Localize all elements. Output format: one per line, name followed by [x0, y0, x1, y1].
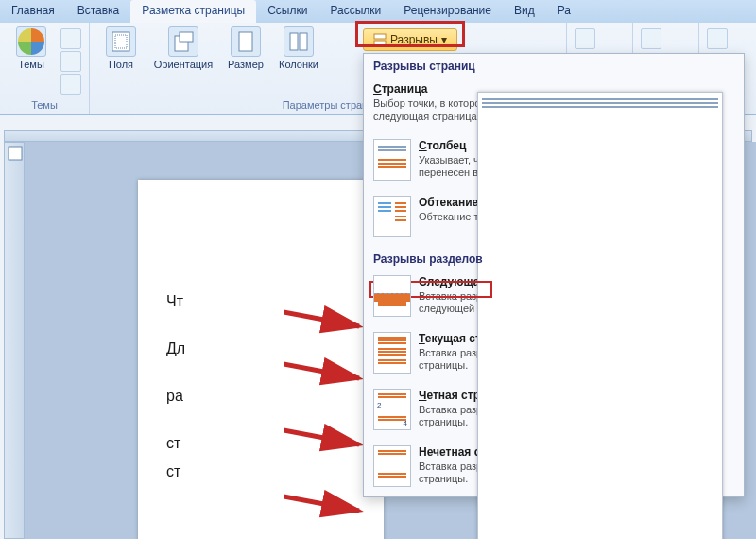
- themes-button[interactable]: Темы: [8, 26, 55, 70]
- tab-insert[interactable]: Вставка: [66, 0, 131, 23]
- orientation-icon: [168, 26, 198, 57]
- theme-fonts-button[interactable]: [60, 51, 81, 72]
- doc-line-1: Чт: [166, 293, 183, 310]
- doc-line-5: ст: [166, 463, 180, 480]
- ruler-corner-icon: [7, 145, 24, 162]
- margins-button[interactable]: Поля: [97, 26, 145, 70]
- breaks-icon: [373, 33, 387, 46]
- tab-view[interactable]: Вид: [503, 0, 546, 23]
- tab-review[interactable]: Рецензирование: [392, 0, 503, 23]
- break-wrap-icon: [373, 196, 411, 237]
- tab-page-layout[interactable]: Разметка страницы: [130, 0, 256, 23]
- section-next-icon: [373, 275, 411, 317]
- svg-rect-5: [290, 33, 298, 50]
- even-badge-2: 2: [377, 401, 381, 409]
- breaks-label: Разрывы: [390, 33, 438, 46]
- even-badge-4: 4: [404, 419, 407, 427]
- breaks-dropdown-button[interactable]: Разрывы ▾: [363, 28, 457, 51]
- size-button[interactable]: Размер: [222, 26, 269, 70]
- theme-colors-button[interactable]: [60, 28, 81, 49]
- svg-rect-6: [300, 33, 307, 50]
- page-borders-button[interactable]: [707, 28, 728, 49]
- orientation-button[interactable]: Ориентация: [150, 26, 216, 70]
- size-label: Размер: [228, 59, 264, 70]
- vertical-ruler[interactable]: [4, 142, 25, 539]
- columns-icon: [284, 26, 314, 57]
- tab-home[interactable]: Главная: [0, 0, 66, 23]
- margins-label: Поля: [109, 59, 133, 70]
- section-odd-icon: [373, 445, 411, 487]
- tab-mailings[interactable]: Рассылки: [318, 0, 392, 23]
- columns-button[interactable]: Колонки: [275, 26, 322, 70]
- doc-line-4: ст: [166, 435, 180, 452]
- group-themes: Темы Темы: [0, 23, 90, 114]
- section-breaks-heading: Разрывы разделов: [364, 247, 744, 270]
- svg-rect-7: [374, 34, 386, 39]
- group-themes-label: Темы: [8, 97, 81, 114]
- page-breaks-heading: Разрывы страниц: [364, 54, 744, 77]
- svg-rect-3: [180, 32, 193, 42]
- theme-effects-button[interactable]: [60, 74, 81, 95]
- section-even-icon: 2 4: [373, 389, 411, 430]
- svg-rect-9: [9, 147, 22, 160]
- breaks-dropdown-menu: Разрывы страниц Страница Выбор точки, в …: [363, 53, 745, 497]
- document-page[interactable]: Чт Дл ра ст ст: [138, 180, 384, 539]
- section-continuous-icon: [373, 332, 411, 374]
- doc-line-2: Дл: [166, 340, 185, 357]
- themes-icon: [16, 26, 46, 57]
- tab-references[interactable]: Ссылки: [256, 0, 318, 23]
- tab-more[interactable]: Ра: [546, 0, 582, 23]
- ribbon-tabs: Главная Вставка Разметка страницы Ссылки…: [0, 0, 756, 23]
- page-color-button[interactable]: [641, 28, 662, 49]
- break-page[interactable]: Страница Выбор точки, в которой заканчив…: [364, 77, 744, 133]
- chevron-down-icon: ▾: [441, 33, 447, 46]
- orientation-label: Ориентация: [154, 59, 213, 70]
- watermark-button[interactable]: [575, 28, 595, 49]
- themes-label: Темы: [18, 59, 44, 70]
- break-page-icon: [477, 92, 723, 539]
- margins-icon: [106, 26, 136, 57]
- svg-rect-8: [374, 41, 386, 45]
- break-column-icon: [373, 139, 411, 181]
- columns-label: Колонки: [279, 59, 318, 70]
- doc-line-3: ра: [166, 388, 183, 405]
- size-icon: [231, 26, 261, 57]
- svg-rect-4: [239, 32, 252, 51]
